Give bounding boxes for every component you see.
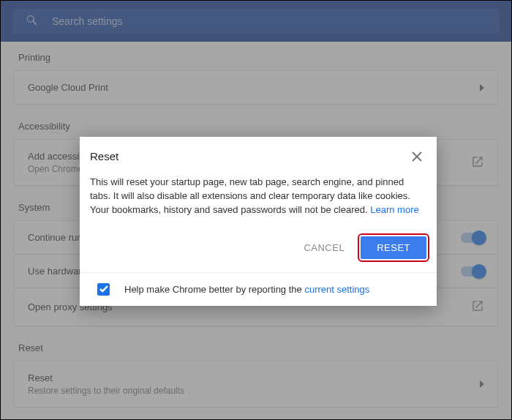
dialog-title: Reset xyxy=(90,150,118,162)
dialog-body: This will reset your startup page, new t… xyxy=(80,165,437,217)
learn-more-link[interactable]: Learn more xyxy=(370,204,418,215)
reset-confirm-button[interactable]: RESET xyxy=(361,236,426,259)
close-button[interactable] xyxy=(412,151,422,162)
cancel-button[interactable]: CANCEL xyxy=(298,236,350,259)
dialog-body-text: This will reset your startup page, new t… xyxy=(90,176,410,215)
dialog-footer-text: Help make Chrome better by reporting the… xyxy=(124,284,369,295)
report-checkbox[interactable] xyxy=(97,283,110,296)
reset-dialog: Reset This will reset your startup page,… xyxy=(80,137,437,306)
close-icon xyxy=(412,153,422,164)
current-settings-link[interactable]: current settings xyxy=(304,284,369,295)
check-icon xyxy=(99,284,108,295)
